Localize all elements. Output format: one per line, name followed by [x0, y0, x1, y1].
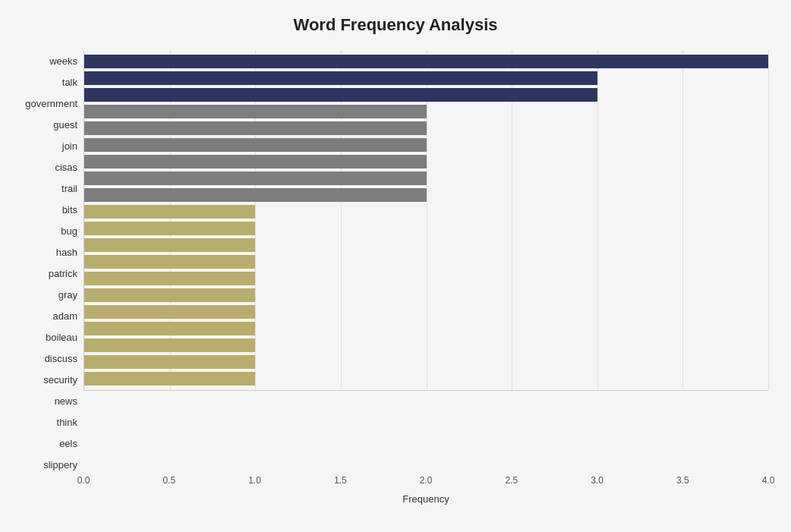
bar-row	[84, 137, 768, 153]
bar-row	[84, 87, 768, 103]
grid-line	[768, 50, 769, 390]
y-label: think	[57, 414, 77, 431]
bar	[84, 121, 427, 135]
y-label: discuss	[45, 351, 77, 367]
x-tick: 3.5	[676, 475, 689, 486]
y-label: bits	[62, 201, 77, 218]
bar-row	[84, 270, 768, 287]
y-label: security	[43, 372, 77, 389]
bar-row	[84, 120, 768, 137]
plot-area	[84, 50, 768, 391]
bar-row	[84, 153, 768, 170]
bar-row	[84, 337, 768, 354]
bar	[84, 255, 255, 269]
y-label: bug	[61, 222, 77, 239]
bar	[84, 288, 255, 302]
chart-container: Word Frequency Analysis weekstalkgovernm…	[0, 0, 791, 532]
y-label: patrick	[49, 265, 77, 282]
x-tick: 0.0	[77, 475, 90, 486]
x-axis-label: Frequency	[84, 493, 768, 505]
y-label: adam	[52, 308, 77, 325]
bar-row	[84, 354, 768, 370]
bar	[84, 238, 255, 252]
bar-row	[84, 370, 768, 387]
bar-row	[84, 70, 768, 87]
bar-row	[84, 287, 768, 304]
y-label: gray	[58, 287, 77, 304]
x-axis: 0.00.51.01.52.02.53.03.54.0 Frequency	[84, 475, 768, 505]
y-label: boileau	[46, 329, 77, 346]
bar-row	[84, 103, 768, 120]
bar	[84, 222, 255, 235]
y-label: hash	[56, 244, 77, 260]
y-label: guest	[53, 116, 77, 133]
bar	[84, 272, 255, 285]
y-axis: weekstalkgovernmentguestjoincisastrailbi…	[23, 50, 84, 476]
y-label: slippery	[43, 457, 77, 474]
bar-row	[84, 253, 768, 270]
bar	[84, 355, 255, 369]
bar	[84, 305, 255, 319]
bar	[84, 172, 427, 185]
bar-row	[84, 203, 768, 220]
bar-row	[84, 237, 768, 253]
y-label: cisas	[55, 159, 77, 175]
x-tick: 0.5	[162, 475, 175, 486]
bar	[84, 105, 427, 118]
bar	[84, 55, 768, 68]
y-label: eels	[59, 436, 77, 452]
x-tick: 1.0	[248, 475, 261, 486]
bar	[84, 88, 597, 102]
bar	[84, 322, 255, 335]
bar-row	[84, 220, 768, 237]
bar	[84, 372, 255, 386]
bar-row	[84, 170, 768, 187]
chart-title: Word Frequency Analysis	[23, 15, 768, 35]
y-label: news	[55, 393, 77, 410]
bar	[84, 205, 255, 219]
bar	[84, 188, 427, 202]
bar-row	[84, 187, 768, 203]
x-tick: 3.0	[591, 475, 603, 486]
y-label: trail	[61, 180, 77, 197]
bar-row	[84, 53, 768, 70]
y-label: weeks	[49, 52, 77, 69]
x-tick: 4.0	[762, 475, 775, 486]
y-label: talk	[62, 74, 77, 90]
x-tick: 2.5	[505, 475, 518, 486]
y-label: government	[25, 95, 77, 112]
bar	[84, 338, 255, 352]
y-label: join	[62, 137, 77, 154]
bars-container	[84, 50, 768, 390]
x-tick: 1.5	[334, 475, 347, 486]
x-tick: 2.0	[420, 475, 433, 486]
bar	[84, 138, 427, 152]
bar	[84, 155, 427, 168]
bar-row	[84, 304, 768, 320]
bar-row	[84, 320, 768, 337]
bar	[84, 71, 597, 85]
